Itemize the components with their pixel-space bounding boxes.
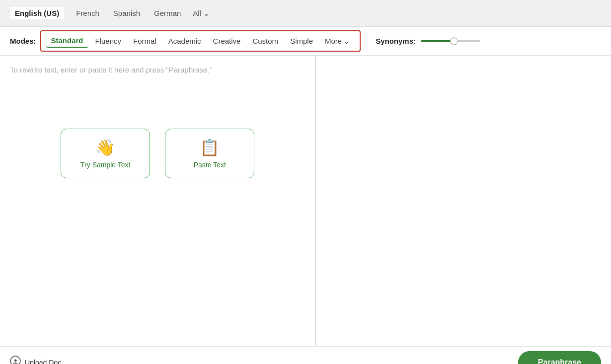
language-bar: English (US) French Spanish German All ⌄ (0, 0, 611, 27)
upload-doc-button[interactable]: Upload Doc (10, 356, 61, 364)
slider-thumb[interactable] (450, 37, 458, 45)
main-content: To rewrite text, enter or paste it here … (0, 56, 611, 346)
try-sample-card[interactable]: 👋 Try Sample Text (61, 129, 150, 178)
upload-icon (10, 356, 21, 364)
lang-all-dropdown[interactable]: All ⌄ (193, 9, 210, 18)
left-panel: To rewrite text, enter or paste it here … (0, 56, 316, 346)
paste-text-card[interactable]: 📋 Paste Text (165, 129, 254, 178)
lang-english-us[interactable]: English (US) (10, 7, 64, 19)
mode-more-label: More (325, 37, 342, 45)
right-panel (316, 56, 611, 346)
mode-formal[interactable]: Formal (128, 35, 161, 47)
chevron-down-icon: ⌄ (343, 37, 350, 46)
actions-area: 👋 Try Sample Text 📋 Paste Text (10, 129, 306, 178)
mode-creative[interactable]: Creative (208, 35, 246, 47)
lang-all-label: All (193, 9, 201, 17)
paste-text-label: Paste Text (194, 161, 226, 169)
bottom-bar: Upload Doc Paraphrase (0, 346, 611, 364)
try-sample-label: Try Sample Text (80, 161, 130, 169)
lang-german[interactable]: German (152, 8, 183, 18)
mode-standard[interactable]: Standard (46, 34, 88, 48)
synonyms-slider[interactable] (421, 40, 480, 42)
mode-fluency[interactable]: Fluency (90, 35, 127, 47)
clipboard-icon: 📋 (200, 138, 220, 157)
synonyms-label: Synonyms: (376, 37, 416, 45)
chevron-down-icon: ⌄ (203, 9, 210, 18)
mode-simple[interactable]: Simple (285, 35, 318, 47)
mode-custom[interactable]: Custom (247, 35, 283, 47)
mode-academic[interactable]: Academic (163, 35, 206, 47)
wave-icon: 👋 (95, 138, 115, 157)
synonyms-section: Synonyms: (376, 37, 480, 45)
modes-bar: Modes: Standard Fluency Formal Academic … (0, 27, 611, 56)
input-placeholder: To rewrite text, enter or paste it here … (10, 66, 306, 74)
paraphrase-button[interactable]: Paraphrase (518, 351, 601, 364)
upload-doc-label: Upload Doc (25, 359, 61, 364)
slider-track[interactable] (421, 40, 480, 42)
modes-container: Standard Fluency Formal Academic Creativ… (40, 30, 361, 52)
mode-more-dropdown[interactable]: More ⌄ (320, 35, 355, 48)
modes-label: Modes: (10, 37, 36, 45)
lang-french[interactable]: French (74, 8, 101, 18)
lang-spanish[interactable]: Spanish (111, 8, 142, 18)
